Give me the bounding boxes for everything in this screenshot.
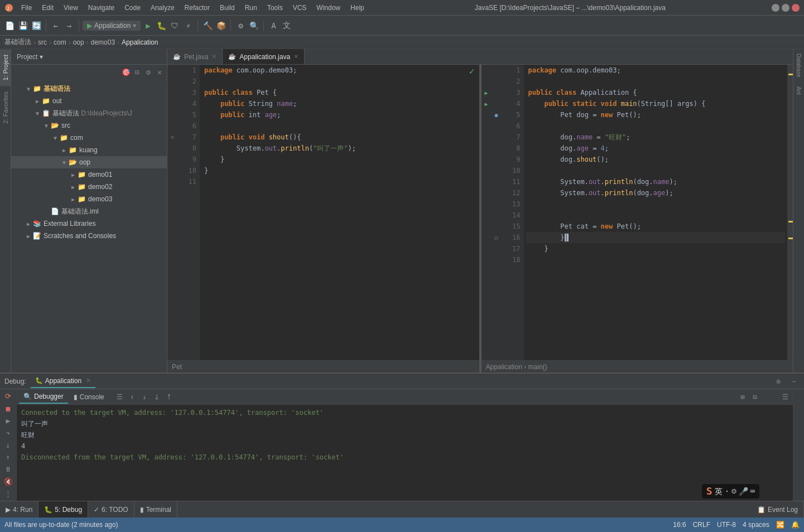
vtab-project[interactable]: 1: Project xyxy=(0,49,11,86)
tree-demo01[interactable]: ▶ 📁 demo01 xyxy=(11,168,167,181)
tree-collapse-icon[interactable]: ⊟ xyxy=(132,67,142,78)
back-button[interactable]: ← xyxy=(50,20,62,32)
menu-file[interactable]: File xyxy=(17,3,36,13)
tree-ext-libs[interactable]: ▶ 📚 External Libraries xyxy=(11,217,167,230)
tab-pet-java[interactable]: ☕ Pet.java ✕ xyxy=(167,49,223,64)
translate-button[interactable]: A xyxy=(267,20,280,32)
status-encoding[interactable]: UTF-8 xyxy=(717,521,736,529)
tree-kuang[interactable]: ▶ 📁 kuang xyxy=(11,144,167,156)
settings-sidebar-icon[interactable]: ⚙ xyxy=(143,67,153,78)
menu-help[interactable]: Help xyxy=(346,3,369,13)
bottom-tab-run[interactable]: ▶ 4: Run xyxy=(0,501,38,518)
tab-debugger[interactable]: 🔍 Debugger xyxy=(19,390,68,404)
console-settings-button[interactable]: ⊟ xyxy=(749,391,760,403)
debug-stop-button[interactable]: ■ xyxy=(3,404,14,414)
menu-analyze[interactable]: Analyze xyxy=(146,3,179,13)
menu-vcs[interactable]: VCS xyxy=(288,3,311,13)
menu-run[interactable]: Run xyxy=(240,3,262,13)
status-line-ending[interactable]: CRLF xyxy=(693,521,710,529)
tree-demo02[interactable]: ▶ 📁 demo02 xyxy=(11,181,167,193)
breadcrumb-root[interactable]: 基础语法 xyxy=(4,37,31,47)
debug-tab-close[interactable]: ✕ xyxy=(86,377,91,384)
console-layout-button[interactable]: ⊞ xyxy=(737,391,748,403)
vtab-favorites[interactable]: 2: Favorites xyxy=(0,86,11,129)
tree-oop[interactable]: ▼ 📂 oop xyxy=(11,156,167,168)
bottom-tab-todo[interactable]: ✓ 6: TODO xyxy=(88,501,134,518)
menu-view[interactable]: View xyxy=(59,3,83,13)
debug-pause-button[interactable]: ⏸ xyxy=(3,465,14,475)
vtab-ant[interactable]: Ant xyxy=(795,82,803,99)
ime-smile-btn[interactable]: ☺ xyxy=(731,486,736,497)
breadcrumb-src[interactable]: src xyxy=(38,38,47,46)
close-sidebar-icon[interactable]: ✕ xyxy=(155,67,165,78)
console-scroll-up-button[interactable]: ↑ xyxy=(127,391,138,403)
ime-keyboard-btn[interactable]: ⌨ xyxy=(750,486,755,497)
tree-com[interactable]: ▼ 📁 com xyxy=(11,132,167,144)
minimize-button[interactable] xyxy=(772,4,779,12)
console-scroll-bottom-button[interactable]: ⤓ xyxy=(151,391,162,403)
console-wrap-button[interactable]: ☰ xyxy=(114,391,126,403)
menu-edit[interactable]: Edit xyxy=(37,3,58,13)
tree-scratches[interactable]: ▶ 📝 Scratches and Consoles xyxy=(11,230,167,242)
menu-build[interactable]: Build xyxy=(215,3,239,13)
run-button[interactable]: ▶ xyxy=(142,20,154,32)
locate-icon[interactable]: 🎯 xyxy=(121,67,131,78)
close-button[interactable] xyxy=(792,4,800,12)
debug-content[interactable]: Connected to the target VM, address: '12… xyxy=(17,405,793,501)
build2-button[interactable]: 📦 xyxy=(215,20,227,32)
debug-mute-button[interactable]: 🔇 xyxy=(3,476,14,486)
debug-settings-button[interactable]: ⚙ xyxy=(773,376,784,387)
bottom-tab-terminal[interactable]: ▮ Terminal xyxy=(134,501,177,518)
tree-iml[interactable]: ▶ 📄 基础语法.iml xyxy=(11,205,167,217)
breadcrumb-demo03[interactable]: demo03 xyxy=(91,38,115,46)
forward-button[interactable]: → xyxy=(63,20,75,32)
coverage-button[interactable]: 🛡 xyxy=(168,20,181,32)
sync-button[interactable]: 🔄 xyxy=(30,20,42,32)
tab-appalication-java[interactable]: ☕ Appalication.java ✕ xyxy=(223,49,305,64)
run-config-selector[interactable]: ▶ Appalication ▾ xyxy=(83,21,141,31)
status-position[interactable]: 16:6 xyxy=(673,521,686,529)
console-scroll-down-button[interactable]: ↓ xyxy=(139,391,150,403)
debug-more-button[interactable]: ⋮ xyxy=(3,489,14,499)
menu-navigate[interactable]: Navigate xyxy=(84,3,119,13)
tree-out[interactable]: ▶ 📁 out xyxy=(11,95,167,107)
right-code-content[interactable]: package com.oop.demo03; public class App… xyxy=(524,65,788,360)
debug-minimize-button[interactable]: — xyxy=(788,376,800,387)
tab-pet-close[interactable]: ✕ xyxy=(211,53,216,60)
sidebar-project-tab[interactable]: Project ▾ xyxy=(13,52,46,62)
vtab-database[interactable]: Database xyxy=(795,49,803,82)
search-button[interactable]: 🔍 xyxy=(248,20,260,32)
maximize-button[interactable] xyxy=(782,4,789,12)
bottom-tab-debug[interactable]: 🐛 5: Debug xyxy=(38,501,88,518)
menu-code[interactable]: Code xyxy=(120,3,145,13)
debug-step-over-button[interactable]: ↷ xyxy=(3,428,14,438)
menu-window[interactable]: Window xyxy=(312,3,345,13)
debug-tab-appalication[interactable]: 🐛 Appalication ✕ xyxy=(31,375,95,388)
translate2-button[interactable]: 文 xyxy=(281,20,293,32)
bottom-tab-event-log[interactable]: 📋 Event Log xyxy=(752,501,804,518)
tab-console[interactable]: ▮ Console xyxy=(69,391,109,403)
debug-run-button[interactable]: 🐛 xyxy=(155,20,167,32)
status-indent[interactable]: 4 spaces xyxy=(743,521,769,529)
debug-resume-button[interactable]: ▶ xyxy=(3,416,14,426)
tree-root[interactable]: ▼ 📁 基础语法 xyxy=(11,83,167,95)
ime-punct-btn[interactable]: · xyxy=(725,486,729,497)
profile-button[interactable]: ⚡ xyxy=(182,20,194,32)
menu-tools[interactable]: Tools xyxy=(263,3,287,13)
console-more-button[interactable]: ☰ xyxy=(779,391,791,403)
tree-module[interactable]: ▼ 📋 基础语法 D:\IdeaProjects\J xyxy=(11,107,167,119)
debug-step-out-button[interactable]: ↑ xyxy=(3,452,14,462)
ime-en-btn[interactable]: 英 xyxy=(715,486,723,497)
left-code-content[interactable]: package com.oop.demo03; public class Pet… xyxy=(200,65,479,360)
new-file-button[interactable]: 📄 xyxy=(3,20,16,32)
breadcrumb-com[interactable]: com xyxy=(54,38,66,46)
menu-refactor[interactable]: Refactor xyxy=(180,3,214,13)
tree-demo03[interactable]: ▶ 📁 demo03 xyxy=(11,193,167,205)
tree-src[interactable]: ▼ 📂 src xyxy=(11,119,167,132)
ime-voice-btn[interactable]: 🎤 xyxy=(739,486,748,497)
tab-appalication-close[interactable]: ✕ xyxy=(293,53,299,60)
settings-button[interactable]: ⚙ xyxy=(234,20,247,32)
debug-step-into-button[interactable]: ↓ xyxy=(3,440,14,450)
save-button[interactable]: 💾 xyxy=(17,20,29,32)
breadcrumb-oop[interactable]: oop xyxy=(73,38,84,46)
